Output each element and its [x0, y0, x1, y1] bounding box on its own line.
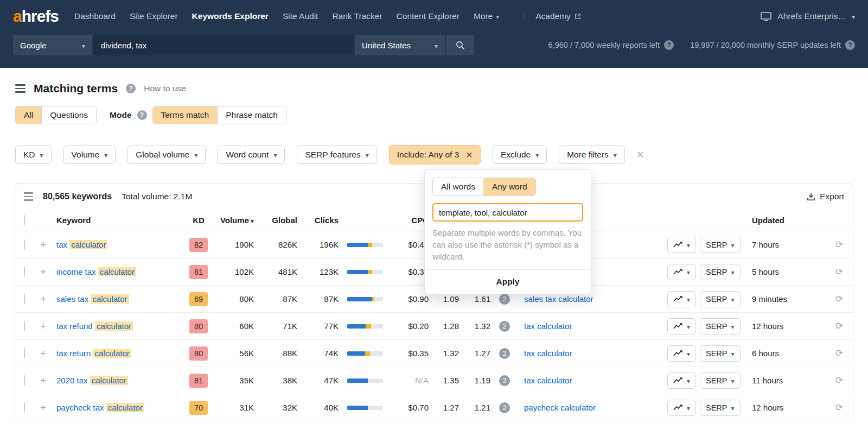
header-volume[interactable]: Volume — [210, 216, 254, 225]
header-cpc[interactable]: CPC — [388, 216, 429, 225]
ahrefs-logo[interactable]: ahrefs — [13, 8, 59, 24]
serp-features-count[interactable]: 3 — [499, 375, 510, 386]
list-menu-icon[interactable] — [24, 192, 33, 201]
tab-phrase-match[interactable]: Phrase match — [217, 106, 286, 124]
serp-features-count[interactable]: 2 — [499, 294, 510, 305]
serp-button[interactable]: SERP — [700, 291, 741, 307]
nav-site-explorer[interactable]: Site Explorer — [130, 11, 178, 21]
tab-terms-match[interactable]: Terms match — [153, 106, 218, 124]
header-clicks[interactable]: Clicks — [297, 216, 339, 225]
row-checkbox[interactable] — [24, 402, 25, 413]
header-updated[interactable]: Updated — [752, 216, 816, 225]
keyword-link[interactable]: sales tax calculator — [56, 294, 129, 304]
apply-button[interactable]: Apply — [425, 269, 591, 294]
add-to-list-icon[interactable] — [40, 320, 46, 332]
refresh-icon[interactable] — [835, 375, 843, 386]
tab-questions[interactable]: Questions — [41, 106, 96, 124]
filter-volume[interactable]: Volume — [63, 146, 116, 164]
nav-more-menu[interactable]: More — [474, 11, 499, 21]
serp-button[interactable]: SERP — [700, 400, 741, 416]
trend-chart-button[interactable] — [667, 291, 696, 307]
header-kd[interactable]: KD — [187, 216, 210, 225]
keyword-link[interactable]: income tax calculator — [56, 267, 136, 276]
search-button[interactable] — [446, 35, 474, 55]
export-button[interactable]: Export — [807, 192, 844, 201]
row-checkbox[interactable] — [24, 294, 25, 304]
add-to-list-icon[interactable] — [40, 402, 46, 413]
serp-button[interactable]: SERP — [700, 237, 741, 253]
refresh-icon[interactable] — [835, 293, 843, 305]
add-to-list-icon[interactable] — [40, 348, 46, 359]
parent-topic-link[interactable]: tax calculator — [524, 349, 572, 358]
keyword-link[interactable]: 2020 tax calculator — [56, 376, 128, 385]
country-select[interactable]: United States — [355, 35, 445, 55]
help-icon[interactable] — [126, 84, 136, 93]
add-to-list-icon[interactable] — [40, 266, 46, 277]
refresh-icon[interactable] — [835, 239, 843, 250]
nav-dashboard[interactable]: Dashboard — [74, 11, 116, 21]
serp-button[interactable]: SERP — [700, 373, 741, 389]
serp-features-count[interactable]: 2 — [499, 348, 510, 359]
filter-global-volume[interactable]: Global volume — [127, 146, 206, 164]
nav-rank-tracker[interactable]: Rank Tracker — [332, 11, 382, 21]
keyword-link[interactable]: paycheck tax calculator — [56, 403, 144, 412]
filter-include-active[interactable]: Include: Any of 3 — [389, 145, 481, 165]
remove-include-filter-icon[interactable] — [466, 149, 473, 160]
help-icon[interactable] — [137, 110, 147, 120]
tab-all[interactable]: All — [16, 106, 41, 124]
trend-chart-button[interactable] — [667, 345, 696, 362]
account-menu[interactable]: Ahrefs Enterpris… — [760, 11, 855, 21]
include-terms-input[interactable] — [432, 203, 583, 222]
reports-menu-icon[interactable] — [15, 84, 25, 93]
clear-all-filters-icon[interactable] — [637, 149, 644, 161]
parent-topic-link[interactable]: tax calculator — [524, 321, 572, 331]
help-icon[interactable] — [845, 40, 855, 50]
nav-content-explorer[interactable]: Content Explorer — [397, 11, 459, 21]
nav-keywords-explorer[interactable]: Keywords Explorer — [192, 11, 269, 21]
add-to-list-icon[interactable] — [40, 239, 46, 250]
all-words-option[interactable]: All words — [433, 178, 483, 195]
select-all-checkbox[interactable] — [24, 215, 25, 225]
filter-more-filters[interactable]: More filters — [559, 146, 625, 164]
header-global[interactable]: Global — [254, 216, 297, 225]
how-to-use-link[interactable]: How to use — [144, 84, 186, 93]
trend-chart-button[interactable] — [667, 318, 696, 335]
row-checkbox[interactable] — [24, 239, 25, 250]
header-keyword[interactable]: Keyword — [56, 216, 187, 225]
trend-chart-button[interactable] — [667, 400, 696, 416]
keyword-link[interactable]: tax calculator — [56, 240, 107, 249]
serp-features-count[interactable]: 2 — [499, 402, 510, 413]
parent-topic-link[interactable]: tax calculator — [524, 376, 572, 385]
row-checkbox[interactable] — [24, 321, 25, 331]
serp-button[interactable]: SERP — [700, 345, 741, 362]
serp-button[interactable]: SERP — [700, 318, 741, 335]
refresh-icon[interactable] — [835, 348, 843, 359]
filter-word-count[interactable]: Word count — [218, 146, 285, 164]
refresh-icon[interactable] — [835, 320, 843, 332]
parent-topic-link[interactable]: sales tax calculator — [524, 294, 593, 304]
search-engine-select[interactable]: Google — [13, 35, 92, 55]
trend-chart-button[interactable] — [667, 237, 696, 253]
add-to-list-icon[interactable] — [40, 293, 46, 305]
nav-academy[interactable]: Academy — [535, 11, 571, 21]
add-to-list-icon[interactable] — [40, 375, 46, 386]
serp-features-count[interactable]: 2 — [499, 321, 510, 332]
trend-chart-button[interactable] — [667, 264, 696, 280]
row-checkbox[interactable] — [24, 348, 25, 358]
refresh-icon[interactable] — [835, 402, 843, 413]
serp-button[interactable]: SERP — [700, 264, 741, 280]
parent-topic-link[interactable]: paycheck calculator — [524, 403, 596, 412]
refresh-icon[interactable] — [835, 266, 843, 277]
filter-serp-features[interactable]: SERP features — [297, 146, 376, 164]
keywords-query-input[interactable] — [93, 35, 354, 55]
nav-site-audit[interactable]: Site Audit — [283, 11, 318, 21]
any-word-option[interactable]: Any word — [483, 178, 535, 195]
filter-kd[interactable]: KD — [15, 146, 52, 164]
row-checkbox[interactable] — [24, 267, 25, 277]
keyword-link[interactable]: tax refund calculator — [56, 321, 133, 331]
row-checkbox[interactable] — [24, 375, 25, 386]
trend-chart-button[interactable] — [667, 373, 696, 389]
filter-exclude[interactable]: Exclude — [493, 146, 547, 164]
keyword-link[interactable]: tax return calculator — [56, 349, 131, 358]
help-icon[interactable] — [664, 40, 674, 50]
